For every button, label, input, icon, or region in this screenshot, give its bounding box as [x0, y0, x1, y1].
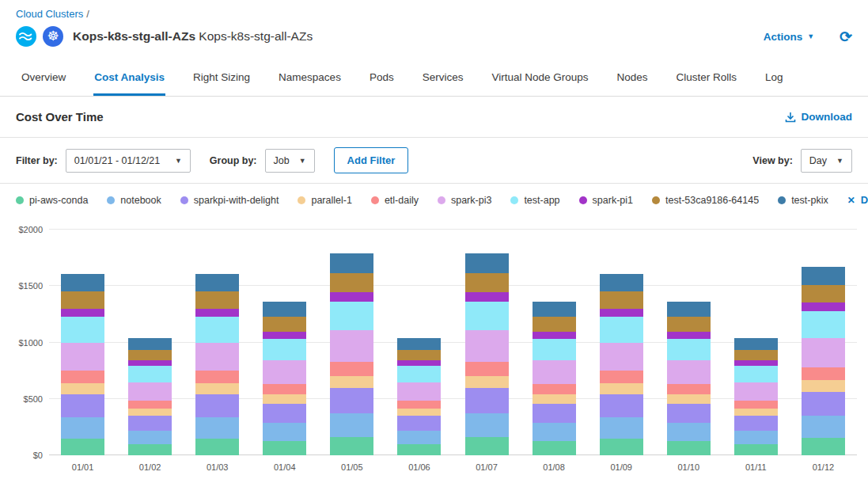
bar-segment-test-app[interactable] — [61, 317, 104, 343]
bar-segment-spark-pi1[interactable] — [465, 292, 509, 301]
bar-segment-notebook[interactable] — [195, 417, 239, 439]
bar-segment-sparkpi-with-delight[interactable] — [397, 416, 441, 431]
bar-segment-test-53ca9186-64145[interactable] — [195, 291, 239, 308]
bar-segment-etl-daily[interactable] — [61, 371, 104, 383]
bar-segment-pi-aws-conda[interactable] — [330, 437, 373, 456]
bar-segment-test-pkix[interactable] — [667, 302, 711, 317]
bar-segment-test-53ca9186-64145[interactable] — [128, 350, 172, 361]
tab-cluster-rolls[interactable]: Cluster Rolls — [676, 61, 738, 96]
bar-segment-test-pkix[interactable] — [195, 274, 239, 292]
legend-item-test-53ca9186-64145[interactable]: test-53ca9186-64145 — [652, 195, 759, 206]
tab-services[interactable]: Services — [422, 61, 464, 96]
deselect-all-button[interactable]: ✕ Deselect All — [847, 194, 868, 206]
bar-segment-pi-aws-conda[interactable] — [465, 437, 509, 456]
legend-item-spark-pi1[interactable]: spark-pi1 — [579, 195, 633, 206]
bar-segment-pi-aws-conda[interactable] — [195, 439, 239, 455]
bar-segment-parallel-1[interactable] — [263, 394, 306, 404]
bar-segment-spark-pi3[interactable] — [195, 343, 239, 371]
bar-segment-etl-daily[interactable] — [397, 401, 441, 409]
bar-segment-etl-daily[interactable] — [330, 362, 373, 376]
tab-virtual-node-groups[interactable]: Virtual Node Groups — [491, 61, 589, 96]
legend-item-test-pkix[interactable]: test-pkix — [778, 195, 828, 206]
bar-segment-spark-pi1[interactable] — [263, 332, 306, 339]
breadcrumb-link-cloud-clusters[interactable]: Cloud Clusters — [16, 8, 83, 20]
bar-segment-notebook[interactable] — [600, 417, 643, 439]
bar-segment-test-app[interactable] — [263, 339, 306, 360]
bar-segment-test-53ca9186-64145[interactable] — [61, 291, 104, 308]
bar-segment-test-app[interactable] — [330, 302, 373, 330]
stacked-bar-01/10[interactable] — [667, 302, 711, 455]
bar-segment-etl-daily[interactable] — [667, 384, 711, 395]
bar-segment-parallel-1[interactable] — [195, 383, 239, 394]
tab-pods[interactable]: Pods — [369, 61, 395, 96]
bar-segment-parallel-1[interactable] — [330, 376, 373, 389]
bar-segment-test-53ca9186-64145[interactable] — [465, 273, 509, 292]
bar-segment-pi-aws-conda[interactable] — [533, 441, 576, 455]
bar-segment-etl-daily[interactable] — [128, 401, 172, 409]
bar-segment-test-53ca9186-64145[interactable] — [263, 317, 306, 332]
bar-segment-test-app[interactable] — [128, 366, 172, 382]
legend-item-notebook[interactable]: notebook — [107, 195, 161, 206]
bar-segment-test-app[interactable] — [667, 339, 711, 360]
bar-segment-parallel-1[interactable] — [667, 394, 711, 404]
bar-segment-test-53ca9186-64145[interactable] — [330, 273, 373, 292]
bar-segment-etl-daily[interactable] — [195, 371, 239, 383]
stacked-bar-01/09[interactable] — [600, 274, 643, 455]
bar-segment-etl-daily[interactable] — [600, 371, 643, 383]
legend-item-parallel-1[interactable]: parallel-1 — [298, 195, 351, 206]
tab-right-sizing[interactable]: Right Sizing — [192, 61, 251, 96]
bar-segment-test-pkix[interactable] — [600, 274, 643, 292]
bar-segment-notebook[interactable] — [802, 416, 845, 438]
bar-segment-test-pkix[interactable] — [397, 338, 441, 350]
bar-segment-notebook[interactable] — [734, 431, 778, 445]
bar-segment-notebook[interactable] — [533, 423, 576, 441]
stacked-bar-01/11[interactable] — [734, 338, 778, 455]
bar-segment-test-app[interactable] — [802, 311, 845, 338]
bar-segment-etl-daily[interactable] — [263, 384, 306, 395]
stacked-bar-01/06[interactable] — [397, 338, 441, 455]
bar-segment-sparkpi-with-delight[interactable] — [330, 388, 373, 413]
bar-segment-etl-daily[interactable] — [734, 401, 778, 409]
bar-segment-test-pkix[interactable] — [61, 274, 104, 292]
bar-segment-sparkpi-with-delight[interactable] — [802, 392, 845, 416]
stacked-bar-01/04[interactable] — [263, 302, 306, 455]
bar-segment-spark-pi1[interactable] — [195, 309, 239, 317]
bar-segment-test-app[interactable] — [533, 339, 576, 360]
bar-segment-spark-pi3[interactable] — [465, 330, 509, 362]
bar-segment-pi-aws-conda[interactable] — [600, 439, 643, 455]
bar-segment-test-app[interactable] — [195, 317, 239, 343]
tab-log[interactable]: Log — [764, 61, 784, 96]
tab-overview[interactable]: Overview — [21, 61, 66, 96]
bar-segment-pi-aws-conda[interactable] — [734, 444, 778, 455]
bar-segment-sparkpi-with-delight[interactable] — [263, 404, 306, 423]
bar-segment-spark-pi3[interactable] — [263, 360, 306, 384]
bar-segment-test-app[interactable] — [734, 366, 778, 382]
bar-segment-sparkpi-with-delight[interactable] — [195, 394, 239, 417]
bar-segment-pi-aws-conda[interactable] — [802, 438, 845, 455]
bar-segment-etl-daily[interactable] — [533, 384, 576, 395]
refresh-icon[interactable]: ⟳ — [840, 28, 852, 46]
bar-segment-parallel-1[interactable] — [397, 409, 441, 416]
bar-segment-sparkpi-with-delight[interactable] — [667, 404, 711, 423]
bar-segment-parallel-1[interactable] — [61, 383, 104, 394]
stacked-bar-01/07[interactable] — [465, 253, 509, 455]
bar-segment-test-pkix[interactable] — [263, 302, 306, 317]
bar-segment-spark-pi3[interactable] — [533, 360, 576, 384]
bar-segment-pi-aws-conda[interactable] — [128, 444, 172, 455]
stacked-bar-01/01[interactable] — [61, 274, 104, 455]
bar-segment-pi-aws-conda[interactable] — [397, 444, 441, 455]
bar-segment-etl-daily[interactable] — [802, 367, 845, 380]
bar-segment-test-app[interactable] — [600, 317, 643, 343]
bar-segment-test-pkix[interactable] — [533, 302, 576, 317]
bar-segment-test-53ca9186-64145[interactable] — [667, 317, 711, 332]
bar-segment-notebook[interactable] — [330, 413, 373, 437]
bar-segment-spark-pi3[interactable] — [667, 360, 711, 384]
add-filter-button[interactable]: Add Filter — [334, 147, 409, 173]
bar-segment-etl-daily[interactable] — [465, 362, 509, 376]
bar-segment-pi-aws-conda[interactable] — [61, 439, 104, 455]
legend-item-sparkpi-with-delight[interactable]: sparkpi-with-delight — [180, 195, 279, 206]
legend-item-spark-pi3[interactable]: spark-pi3 — [438, 195, 491, 206]
tab-namespaces[interactable]: Namespaces — [278, 61, 342, 96]
bar-segment-spark-pi3[interactable] — [600, 343, 643, 371]
bar-segment-test-pkix[interactable] — [330, 253, 373, 273]
